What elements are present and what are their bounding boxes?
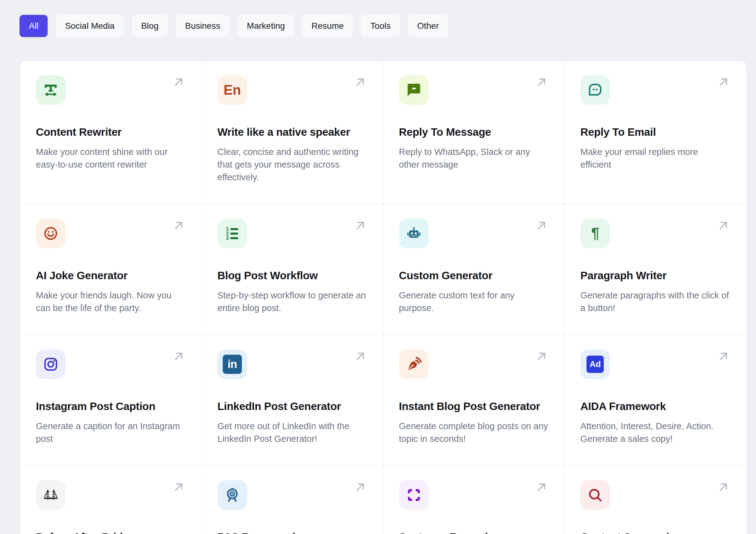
arrow-up-right-icon[interactable]: [716, 480, 730, 494]
tool-card[interactable]: Custom Generator Generate custom text fo…: [384, 204, 565, 335]
tool-card-description: Generate paragraphs with the click of a …: [580, 289, 731, 314]
tool-card-description: Attention, Interest, Desire, Action. Gen…: [580, 420, 731, 445]
tool-card[interactable]: Ad AIDA Framework Attention, Interest, D…: [565, 335, 746, 466]
tool-icon-tile: [580, 480, 610, 510]
category-filter-bar: All Social Media Blog Business Marketing…: [19, 15, 448, 37]
category-tab-other[interactable]: Other: [408, 15, 448, 37]
tool-card-description: Make your friends laugh. Now you can be …: [36, 289, 186, 314]
tool-card-title: Write like a native speaker: [217, 125, 368, 139]
tool-card[interactable]: 1 2 3 Blog Post Workflow Step-by-step wo…: [202, 204, 384, 335]
tool-icon-tile: [36, 480, 66, 510]
text-width-icon: [42, 82, 59, 98]
arrow-up-right-icon[interactable]: [534, 480, 549, 494]
tool-card[interactable]: in LinkedIn Post Generator Get more out …: [202, 335, 384, 466]
arrow-up-right-icon[interactable]: [534, 75, 549, 89]
category-tab-label: Tools: [370, 21, 391, 31]
tool-card-title: AI Joke Generator: [36, 269, 186, 282]
tool-icon-tile: in: [217, 349, 247, 379]
target-stand-icon: [224, 487, 241, 503]
tool-card-title: PAS Framework: [217, 530, 368, 534]
tool-card-description: Generate a caption for an Instagram post: [36, 420, 186, 445]
tool-card[interactable]: PAS Framework: [202, 466, 384, 534]
expand-corners-icon: [406, 487, 422, 503]
tool-icon-tile: [399, 480, 429, 510]
category-tab-marketing[interactable]: Marketing: [237, 15, 294, 37]
category-tab-business[interactable]: Business: [176, 15, 230, 37]
tool-card-title: Instagram Post Caption: [36, 399, 186, 413]
smiley-icon: [42, 225, 59, 242]
tool-icon-tile: ¶: [580, 219, 610, 248]
tool-card-title: Paragraph Writer: [580, 269, 731, 282]
tool-card-title: Content Summarizer: [580, 530, 731, 534]
chat-dots-icon: [587, 82, 604, 98]
arrow-up-right-icon[interactable]: [353, 480, 367, 494]
arrow-up-right-icon[interactable]: [171, 75, 186, 89]
tool-card-description: Generate complete blog posts on any topi…: [399, 420, 549, 445]
tool-card[interactable]: Reply To Email Make your email replies m…: [565, 61, 746, 204]
category-tab-all[interactable]: All: [19, 15, 48, 37]
tool-card[interactable]: AI Joke Generator Make your friends laug…: [20, 204, 202, 335]
arrow-up-right-icon[interactable]: [534, 349, 549, 364]
tool-card-title: Custom Generator: [399, 269, 549, 282]
linkedin-icon: in: [223, 355, 242, 374]
ad-icon: Ad: [586, 356, 604, 373]
arrow-up-right-icon[interactable]: [353, 219, 367, 233]
arrow-up-right-icon[interactable]: [534, 219, 549, 233]
tool-card[interactable]: Instant Blog Post Generator Generate com…: [384, 335, 565, 466]
arrow-up-right-icon[interactable]: [171, 349, 186, 364]
svg-text:¶: ¶: [591, 225, 600, 241]
tool-icon-tile: [399, 219, 429, 248]
tool-card-description: Generate custom text for any purpose.: [399, 289, 549, 314]
tool-card-title: Before-After-Bridge: [36, 530, 186, 534]
category-tab-social-media[interactable]: Social Media: [56, 15, 124, 37]
numbered-list-icon: 1 2 3: [224, 225, 241, 242]
tool-card[interactable]: ¶ Paragraph Writer Generate paragraphs w…: [565, 204, 746, 335]
tool-card[interactable]: Content Summarizer: [565, 466, 746, 534]
message-bubble-icon: [406, 82, 422, 98]
tool-icon-tile: [217, 480, 247, 510]
tool-card[interactable]: Sentence Expander: [384, 466, 565, 534]
category-tab-label: All: [29, 21, 38, 31]
tool-card-description: Reply to WhatsApp, Slack or any other me…: [399, 146, 549, 171]
robot-icon: [406, 225, 422, 242]
tool-card-title: Reply To Message: [399, 125, 549, 139]
tool-card-description: Make your content shine with our easy-to…: [36, 146, 186, 171]
category-tab-label: Resume: [311, 21, 344, 31]
category-tab-tools[interactable]: Tools: [361, 15, 400, 37]
english-language-icon: En: [224, 83, 241, 97]
tool-icon-tile: En: [217, 75, 247, 105]
tool-card-title: Reply To Email: [580, 125, 731, 139]
arrow-up-right-icon[interactable]: [171, 480, 186, 494]
category-tab-blog[interactable]: Blog: [132, 15, 168, 37]
arrow-up-right-icon[interactable]: [353, 75, 367, 89]
tools-grid-container: Content Rewriter Make your content shine…: [20, 61, 747, 534]
tool-card-title: AIDA Framework: [580, 399, 731, 413]
tool-card-description: Step-by-step workflow to generate an ent…: [217, 289, 368, 314]
arrow-up-right-icon[interactable]: [353, 349, 367, 364]
arrow-up-right-icon[interactable]: [716, 75, 730, 89]
tool-card[interactable]: Instagram Post Caption Generate a captio…: [20, 335, 202, 466]
tool-card[interactable]: Reply To Message Reply to WhatsApp, Slac…: [384, 61, 565, 204]
tool-card[interactable]: Before-After-Bridge: [20, 466, 202, 534]
tool-icon-tile: [399, 349, 429, 379]
tool-card[interactable]: Content Rewriter Make your content shine…: [20, 61, 202, 204]
category-tab-label: Social Media: [65, 21, 115, 31]
tool-card-title: Blog Post Workflow: [217, 269, 368, 282]
category-tab-label: Business: [185, 21, 220, 31]
bridge-icon: [42, 487, 59, 503]
category-tab-resume[interactable]: Resume: [302, 15, 353, 37]
tool-icon-tile: [36, 219, 66, 248]
arrow-up-right-icon[interactable]: [716, 219, 730, 233]
svg-text:3: 3: [226, 235, 229, 241]
tool-icon-tile: [36, 75, 66, 105]
tool-card-title: LinkedIn Post Generator: [217, 399, 368, 413]
pilcrow-icon: ¶: [587, 225, 604, 242]
category-tab-label: Blog: [141, 21, 158, 31]
tool-icon-tile: Ad: [580, 349, 610, 379]
tool-card-description: Clear, concise and authentic writing tha…: [217, 146, 368, 184]
tool-icon-tile: [399, 75, 429, 105]
tool-card[interactable]: En Write like a native speaker Clear, co…: [202, 61, 384, 204]
arrow-up-right-icon[interactable]: [171, 219, 186, 233]
instagram-icon: [42, 356, 59, 373]
arrow-up-right-icon[interactable]: [716, 349, 730, 364]
